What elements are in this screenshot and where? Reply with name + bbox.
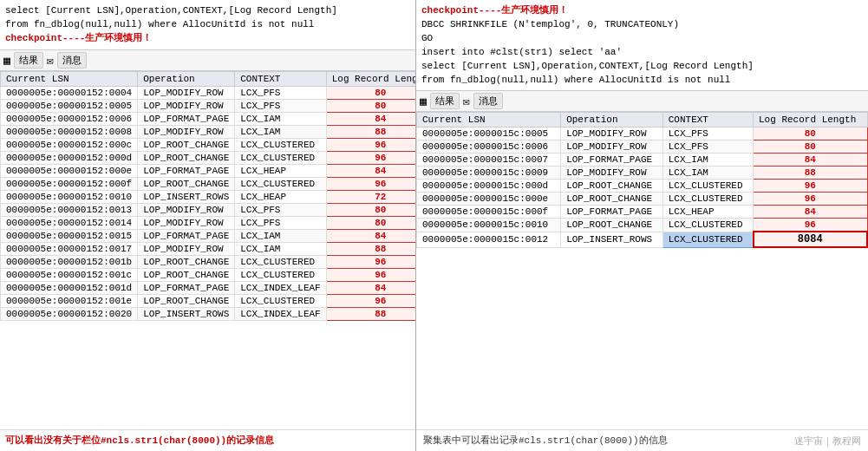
table-cell: LOP_ROOT_CHANGE [138, 269, 235, 282]
table-cell: LCX_HEAP [662, 206, 753, 219]
left-annotation: 可以看出没有关于栏位#ncls.str1(char(8000))的记录信息 [0, 429, 415, 451]
log-record-length-cell: 88 [326, 308, 415, 321]
table-row: 0000005e:00000152:0020LOP_INSERT_ROWSLCX… [1, 308, 416, 321]
table-cell: 0000005e:00000152:0015 [1, 230, 138, 243]
table-cell: LOP_MODIFY_ROW [561, 127, 663, 141]
right-col-ctx: CONTEXT [662, 113, 753, 127]
left-code-line-1: select [Current LSN],Operation,CONTEXT,[… [5, 3, 410, 17]
table-cell: 0000005e:00000152:0004 [1, 87, 138, 100]
table-cell: 0000005e:0000015c:0005 [417, 127, 561, 141]
table-cell: 0000005e:0000015c:0009 [417, 167, 561, 180]
log-record-length-cell: 84 [754, 154, 867, 167]
table-cell: LOP_INSERT_ROWS [138, 191, 235, 204]
table-cell: LCX_IAM [235, 126, 326, 139]
table-cell: LCX_PFS [235, 204, 326, 217]
log-record-length-cell: 80 [326, 100, 415, 113]
table-cell: LOP_FORMAT_PAGE [561, 206, 663, 219]
watermark-text: 迷宇宙｜教程网 [794, 436, 861, 447]
table-row: 0000005e:00000152:0010LOP_INSERT_ROWSLCX… [1, 191, 416, 204]
right-results-icon: ▦ [420, 95, 427, 108]
table-cell: LOP_MODIFY_ROW [138, 100, 235, 113]
table-row: 0000005e:0000015c:0007LOP_FORMAT_PAGELCX… [417, 154, 868, 167]
table-row: 0000005e:00000152:001dLOP_FORMAT_PAGELCX… [1, 282, 416, 295]
right-table-header-row: Current LSN Operation CONTEXT Log Record… [417, 113, 868, 127]
table-cell: 0000005e:00000152:000c [1, 139, 138, 152]
table-row: 0000005e:0000015c:000eLOP_ROOT_CHANGELCX… [417, 193, 868, 206]
left-toolbar: ▦ 结果 ✉ 消息 [0, 50, 415, 71]
left-code-line-3: checkpoint----生产环境慎用！ [5, 31, 410, 45]
right-results-button[interactable]: 结果 [430, 93, 460, 109]
table-cell: LOP_INSERT_ROWS [138, 308, 235, 321]
log-record-length-cell: 80 [754, 127, 867, 141]
log-record-length-cell: 96 [754, 219, 867, 232]
right-col-op: Operation [561, 113, 663, 127]
left-annotation-text: 可以看出没有关于栏位#ncls.str1(char(8000))的记录信息 [5, 435, 274, 446]
table-row: 0000005e:0000015c:0006LOP_MODIFY_ROWLCX_… [417, 141, 868, 154]
table-cell: LOP_FORMAT_PAGE [138, 165, 235, 178]
table-cell: 0000005e:00000152:001e [1, 295, 138, 308]
table-cell: LCX_CLUSTERED [235, 152, 326, 165]
log-record-length-cell: 84 [326, 282, 415, 295]
table-cell: 0000005e:00000152:0010 [1, 191, 138, 204]
table-row: 0000005e:0000015c:000dLOP_ROOT_CHANGELCX… [417, 180, 868, 193]
left-panel: select [Current LSN],Operation,CONTEXT,[… [0, 0, 416, 451]
table-row: 0000005e:00000152:000fLOP_ROOT_CHANGELCX… [1, 178, 416, 191]
results-button[interactable]: 结果 [14, 52, 43, 69]
left-code-line-2: from fn_dblog(null,null) where AllocUnit… [5, 17, 410, 31]
log-record-length-cell: 80 [326, 87, 415, 100]
table-cell: 0000005e:00000152:001d [1, 282, 138, 295]
table-cell: LOP_MODIFY_ROW [138, 126, 235, 139]
table-cell: LCX_CLUSTERED [662, 193, 753, 206]
table-cell: LCX_CLUSTERED [662, 180, 753, 193]
table-cell: LCX_IAM [235, 243, 326, 256]
table-row: 0000005e:0000015c:0010LOP_ROOT_CHANGELCX… [417, 219, 868, 232]
log-record-length-cell: 84 [326, 113, 415, 126]
table-cell: LOP_MODIFY_ROW [138, 243, 235, 256]
results-label: 结果 [19, 54, 38, 67]
table-row: 0000005e:0000015c:0012LOP_INSERT_ROWSLCX… [417, 232, 868, 247]
table-cell: 0000005e:00000152:0006 [1, 113, 138, 126]
table-cell: LOP_ROOT_CHANGE [561, 180, 663, 193]
right-code-line-4: insert into #clst(str1) select 'aa' [421, 45, 863, 59]
left-table-container[interactable]: Current LSN Operation CONTEXT Log Record… [0, 71, 415, 429]
log-record-length-cell: 8084 [754, 232, 867, 247]
right-panel: checkpoint----生产环境慎用！ DBCC SHRINKFILE (N… [416, 0, 868, 451]
log-record-length-cell: 96 [326, 295, 415, 308]
log-record-length-cell: 80 [754, 141, 867, 154]
log-record-length-cell: 88 [754, 167, 867, 180]
table-cell: 0000005e:0000015c:0006 [417, 141, 561, 154]
watermark: 迷宇宙｜教程网 [794, 435, 861, 448]
right-messages-label: 消息 [479, 95, 498, 108]
right-code-line-6: from fn_dblog(null,null) where AllocUnit… [421, 73, 863, 87]
left-table: Current LSN Operation CONTEXT Log Record… [0, 71, 415, 321]
left-table-body: 0000005e:00000152:0004LOP_MODIFY_ROWLCX_… [1, 87, 416, 321]
table-cell: 0000005e:00000152:001c [1, 269, 138, 282]
log-record-length-cell: 96 [326, 178, 415, 191]
left-col-op: Operation [138, 72, 235, 87]
table-cell: LCX_CLUSTERED [235, 178, 326, 191]
table-cell: LOP_MODIFY_ROW [138, 87, 235, 100]
table-cell: LCX_CLUSTERED [235, 295, 326, 308]
table-row: 0000005e:00000152:001eLOP_ROOT_CHANGELCX… [1, 295, 416, 308]
log-record-length-cell: 96 [754, 193, 867, 206]
table-cell: LCX_PFS [235, 100, 326, 113]
right-messages-button[interactable]: 消息 [473, 93, 503, 109]
table-cell: 0000005e:00000152:0014 [1, 217, 138, 230]
messages-button[interactable]: 消息 [57, 52, 87, 69]
table-row: 0000005e:00000152:001bLOP_ROOT_CHANGELCX… [1, 256, 416, 269]
table-row: 0000005e:00000152:000cLOP_ROOT_CHANGELCX… [1, 139, 416, 152]
messages-label: 消息 [62, 54, 82, 67]
table-cell: 0000005e:0000015c:0010 [417, 219, 561, 232]
log-record-length-cell: 72 [326, 191, 415, 204]
messages-icon: ✉ [47, 54, 54, 68]
right-table: Current LSN Operation CONTEXT Log Record… [416, 112, 868, 248]
table-row: 0000005e:0000015c:0009LOP_MODIFY_ROWLCX_… [417, 167, 868, 180]
table-cell: LCX_IAM [235, 230, 326, 243]
log-record-length-cell: 96 [326, 152, 415, 165]
main-container: select [Current LSN],Operation,CONTEXT,[… [0, 0, 868, 451]
right-table-container[interactable]: Current LSN Operation CONTEXT Log Record… [416, 112, 868, 429]
table-row: 0000005e:00000152:000dLOP_ROOT_CHANGELCX… [1, 152, 416, 165]
table-cell: LOP_INSERT_ROWS [561, 232, 663, 247]
table-cell: LOP_FORMAT_PAGE [138, 282, 235, 295]
left-table-header-row: Current LSN Operation CONTEXT Log Record… [1, 72, 416, 87]
